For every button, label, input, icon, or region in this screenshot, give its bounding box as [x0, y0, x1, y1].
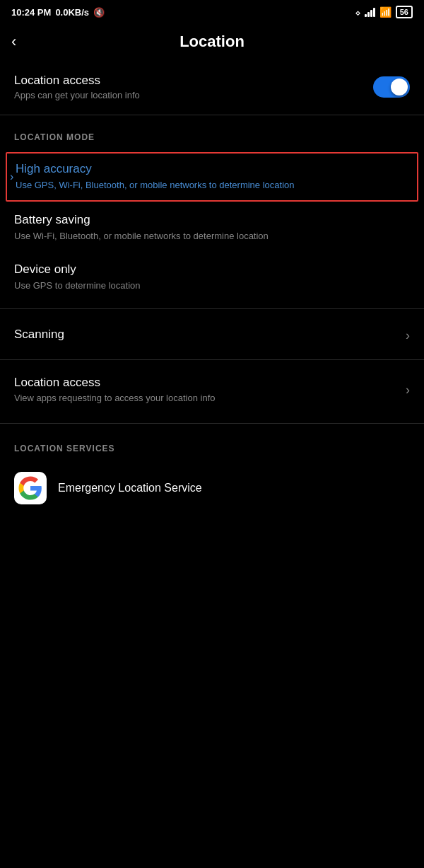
battery-saving-item[interactable]: Battery saving Use Wi-Fi, Bluetooth, or … [0, 203, 424, 253]
back-button[interactable]: ‹ [11, 30, 22, 54]
device-only-desc: Use GPS to determine location [14, 279, 410, 292]
emergency-location-item[interactable]: Emergency Location Service [0, 462, 424, 514]
time-label: 10:24 PM [11, 7, 51, 18]
divider-2 [0, 308, 424, 309]
location-access-menu-item[interactable]: Location access View apps requesting to … [0, 363, 424, 417]
bluetooth-icon: ⬦ [355, 6, 360, 18]
mute-icon: 🔇 [93, 7, 105, 18]
device-only-item[interactable]: Device only Use GPS to determine locatio… [0, 253, 424, 302]
location-access-subtitle: Apps can get your location info [14, 90, 140, 100]
google-icon [14, 472, 47, 504]
high-accuracy-item[interactable]: › High accuracy Use GPS, Wi-Fi, Bluetoot… [6, 152, 418, 202]
location-services-label: LOCATION SERVICES [0, 429, 424, 462]
location-access-toggle[interactable] [373, 76, 410, 98]
divider-4 [0, 423, 424, 424]
wifi-icon: 📶 [379, 6, 391, 18]
location-mode-label: LOCATION MODE [0, 118, 424, 151]
toggle-thumb [391, 79, 408, 96]
scanning-content: Scanning [14, 328, 64, 344]
signal-icon [365, 7, 375, 17]
header: ‹ Location [0, 21, 424, 65]
battery-indicator: 56 [396, 6, 413, 18]
high-accuracy-title: High accuracy [16, 162, 408, 176]
divider-3 [0, 359, 424, 360]
emergency-location-title: Emergency Location Service [58, 482, 202, 494]
toggle-track [373, 76, 410, 98]
divider-1 [0, 115, 424, 115]
scanning-chevron-icon: › [406, 328, 410, 343]
battery-saving-desc: Use Wi-Fi, Bluetooth, or mobile networks… [14, 230, 410, 243]
status-bar: 10:24 PM 0.0KB/s 🔇 ⬦ 📶 56 [0, 0, 424, 21]
network-speed: 0.0KB/s [55, 7, 89, 18]
location-access-chevron-icon: › [406, 383, 410, 398]
location-access-row: Location access Apps can get your locati… [0, 65, 424, 112]
status-right: ⬦ 📶 56 [355, 6, 413, 18]
chevron-left-icon: › [10, 170, 13, 183]
location-access-menu-title: Location access [14, 376, 215, 390]
scanning-menu-item[interactable]: Scanning › [0, 315, 424, 357]
location-access-menu-subtitle: View apps requesting to access your loca… [14, 392, 215, 405]
status-left: 10:24 PM 0.0KB/s 🔇 [11, 7, 105, 18]
high-accuracy-desc: Use GPS, Wi-Fi, Bluetooth, or mobile net… [16, 179, 408, 192]
device-only-title: Device only [14, 262, 410, 277]
page-title: Location [179, 33, 245, 51]
battery-saving-title: Battery saving [14, 213, 410, 227]
location-access-menu-content: Location access View apps requesting to … [14, 376, 215, 405]
location-access-text: Location access Apps can get your locati… [14, 74, 140, 100]
location-access-title: Location access [14, 74, 140, 88]
scanning-title: Scanning [14, 328, 64, 342]
